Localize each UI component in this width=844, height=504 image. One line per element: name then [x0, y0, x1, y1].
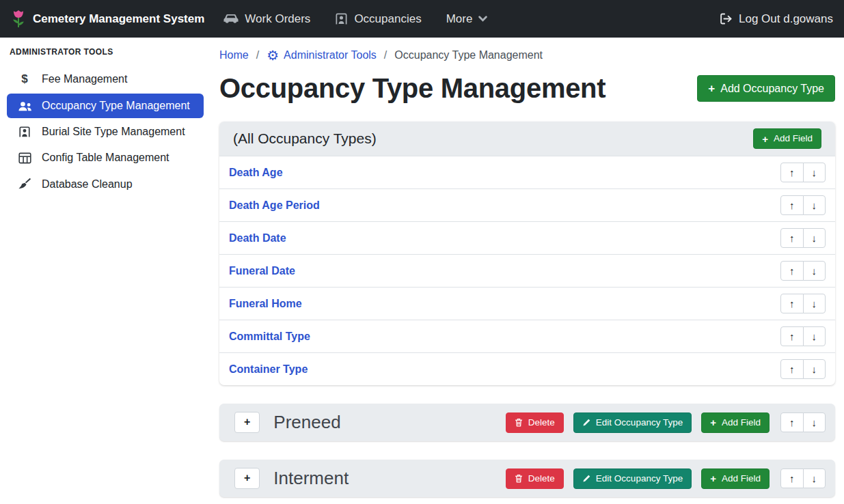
move-up-button[interactable]: ↑ [780, 261, 804, 281]
button-label: Add Field [722, 417, 761, 428]
page-title: Occupancy Type Management [219, 73, 605, 104]
table-row: Funeral Date ↑ ↓ [219, 254, 835, 287]
app-title: Cemetery Management System [33, 12, 204, 26]
delete-button[interactable]: Delete [506, 468, 564, 489]
arrow-down-icon: ↓ [812, 232, 817, 244]
breadcrumb-admin-label: Administrator Tools [284, 49, 377, 61]
edit-occupancy-type-button[interactable]: Edit Occupancy Type [573, 468, 692, 489]
table-row: Death Date ↑ ↓ [219, 221, 835, 254]
arrow-up-icon: ↑ [789, 199, 795, 211]
edit-occupancy-type-button[interactable]: Edit Occupancy Type [573, 412, 692, 433]
sidebar-heading: ADMINISTRATOR TOOLS [0, 42, 210, 65]
delete-button[interactable]: Delete [506, 412, 564, 433]
move-up-button[interactable]: ↑ [780, 359, 804, 379]
sidebar: ADMINISTRATOR TOOLS $ Fee Management Occ… [0, 38, 210, 504]
move-up-button[interactable]: ↑ [780, 412, 804, 432]
move-down-button[interactable]: ↓ [803, 228, 826, 248]
move-down-button[interactable]: ↓ [803, 412, 826, 432]
plus-icon: + [244, 416, 250, 428]
top-navbar: Cemetery Management System Work Orders O… [0, 0, 844, 38]
sidebar-item-config-table-management[interactable]: Config Table Management [7, 145, 204, 170]
all-occupancy-types-card: (All Occupancy Types) + Add Field Death … [219, 122, 835, 385]
reorder-buttons: ↑ ↓ [780, 163, 826, 182]
nav-item-work-orders[interactable]: Work Orders [223, 12, 310, 26]
breadcrumb-separator: / [384, 49, 387, 61]
move-down-button[interactable]: ↓ [803, 468, 826, 488]
nav-item-more[interactable]: More [446, 12, 488, 26]
move-down-button[interactable]: ↓ [803, 261, 826, 281]
expand-section-button[interactable]: + [234, 412, 260, 432]
plus-icon: + [708, 83, 715, 94]
breadcrumb-home-link[interactable]: Home [219, 49, 249, 61]
broom-icon [16, 178, 33, 191]
arrow-down-icon: ↓ [812, 417, 817, 428]
nav-links: Work Orders Occupancies More [223, 12, 487, 26]
add-occupancy-type-button[interactable]: + Add Occupancy Type [697, 75, 835, 102]
move-up-button[interactable]: ↑ [780, 195, 804, 215]
field-link-committal-type[interactable]: Committal Type [229, 331, 310, 343]
nav-item-label: Work Orders [245, 12, 310, 26]
arrow-down-icon: ↓ [812, 298, 817, 309]
expand-section-button[interactable]: + [234, 468, 260, 488]
move-up-button[interactable]: ↑ [780, 294, 804, 313]
pencil-icon [582, 475, 590, 483]
move-down-button[interactable]: ↓ [803, 195, 826, 215]
reorder-buttons: ↑ ↓ [780, 359, 826, 379]
field-link-death-date[interactable]: Death Date [229, 232, 286, 244]
move-up-button[interactable]: ↑ [780, 468, 804, 488]
users-icon [16, 100, 33, 112]
dollar-icon: $ [16, 72, 33, 86]
add-field-button[interactable]: + Add Field [701, 468, 770, 489]
reorder-buttons: ↑ ↓ [780, 261, 826, 281]
sidebar-item-label: Config Table Management [42, 152, 169, 164]
move-up-button[interactable]: ↑ [780, 163, 804, 182]
breadcrumb-admin-tools-link[interactable]: ⚙ Administrator Tools [267, 48, 377, 62]
arrow-up-icon: ↑ [789, 265, 795, 277]
move-down-button[interactable]: ↓ [803, 163, 826, 182]
field-link-container-type[interactable]: Container Type [229, 363, 308, 376]
occupancy-type-section-preneed: + Preneed Delete Edit Occupancy Type [219, 404, 835, 441]
button-label: Add Occupancy Type [720, 82, 824, 95]
field-link-funeral-home[interactable]: Funeral Home [229, 298, 302, 310]
arrow-up-icon: ↑ [789, 417, 795, 428]
table-row: Container Type ↑ ↓ [219, 352, 835, 385]
page-layout: ADMINISTRATOR TOOLS $ Fee Management Occ… [0, 38, 844, 504]
move-up-button[interactable]: ↑ [780, 228, 804, 248]
trash-icon [515, 418, 523, 427]
nav-item-label: Occupancies [354, 12, 421, 26]
nav-item-label: More [446, 12, 473, 26]
sidebar-item-database-cleanup[interactable]: Database Cleanup [7, 171, 204, 197]
move-up-button[interactable]: ↑ [780, 326, 804, 346]
sidebar-item-fee-management[interactable]: $ Fee Management [7, 66, 204, 92]
chevron-down-icon [478, 16, 487, 22]
move-down-button[interactable]: ↓ [803, 294, 826, 313]
table-row: Funeral Home ↑ ↓ [219, 287, 835, 320]
occupancy-type-section-interment: + Interment Delete Edit Occupancy Type [219, 460, 835, 497]
add-field-button[interactable]: + Add Field [753, 128, 821, 149]
plus-icon: + [710, 417, 716, 428]
nav-item-occupancies[interactable]: Occupancies [335, 12, 421, 26]
gear-icon: ⚙ [267, 48, 279, 62]
sidebar-item-burial-site-type-management[interactable]: Burial Site Type Management [7, 120, 204, 144]
person-booth-icon [16, 126, 33, 138]
arrow-down-icon: ↓ [812, 473, 817, 484]
field-link-funeral-date[interactable]: Funeral Date [229, 265, 295, 277]
field-link-death-age[interactable]: Death Age [229, 167, 283, 179]
reorder-buttons: ↑ ↓ [780, 195, 826, 215]
sidebar-item-label: Occupancy Type Management [42, 100, 190, 112]
logout-button[interactable]: Log Out d.gowans [720, 12, 833, 26]
sidebar-item-label: Database Cleanup [42, 178, 133, 191]
reorder-buttons: ↑ ↓ [780, 326, 826, 346]
move-down-button[interactable]: ↓ [803, 359, 826, 379]
field-link-death-age-period[interactable]: Death Age Period [229, 199, 320, 212]
sidebar-item-label: Burial Site Type Management [42, 126, 185, 138]
person-booth-icon [335, 12, 348, 25]
sidebar-item-occupancy-type-management[interactable]: Occupancy Type Management [7, 94, 204, 118]
reorder-buttons: ↑ ↓ [780, 468, 826, 488]
button-label: Edit Occupancy Type [596, 473, 683, 484]
add-field-button[interactable]: + Add Field [701, 412, 770, 433]
move-down-button[interactable]: ↓ [803, 326, 826, 346]
breadcrumb: Home / ⚙ Administrator Tools / Occupancy… [219, 48, 835, 62]
app-brand[interactable]: Cemetery Management System [11, 10, 204, 29]
button-label: Delete [528, 417, 555, 428]
